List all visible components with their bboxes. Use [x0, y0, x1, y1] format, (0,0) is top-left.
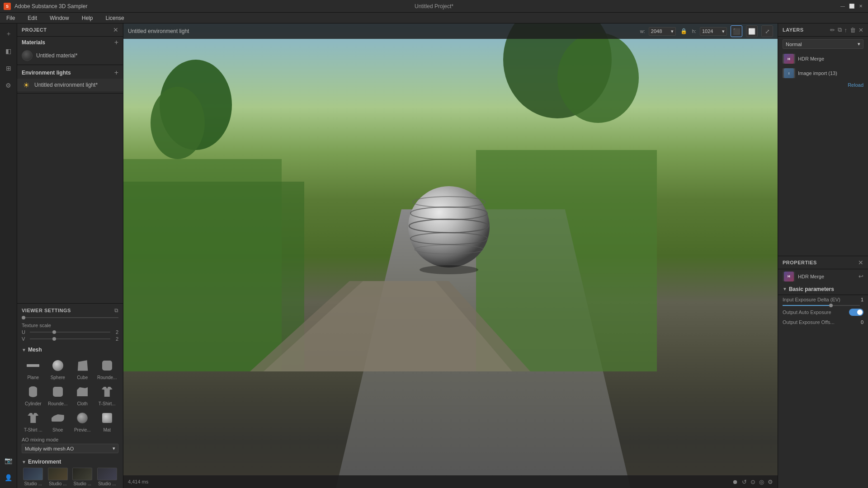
env-thumb-label-1: Studio ...: [24, 481, 42, 486]
lock-aspect-button[interactable]: 🔒: [679, 27, 689, 36]
input-exposure-slider[interactable]: [783, 305, 860, 306]
left-sidebar: PROJECT ✕ Materials + Untitled material*…: [17, 23, 123, 488]
height-chevron: ▾: [722, 28, 725, 34]
add-material-button[interactable]: +: [114, 39, 118, 46]
menu-license[interactable]: License: [103, 14, 127, 22]
mesh-shoe[interactable]: Shoe: [47, 409, 70, 433]
menu-window[interactable]: Window: [47, 14, 72, 22]
env-thumb-1[interactable]: Studio ...: [22, 468, 45, 486]
env-grid: Studio ... Studio ... Studio ... Studio …: [22, 468, 118, 486]
material-item[interactable]: Untitled material*: [17, 48, 123, 63]
global-slider[interactable]: [22, 317, 118, 318]
v-slider[interactable]: [30, 338, 110, 339]
material-name: Untitled material*: [36, 52, 77, 59]
env-collapse-icon[interactable]: ▼: [22, 460, 26, 465]
u-slider[interactable]: [30, 332, 110, 333]
image-import-icon: I: [784, 68, 794, 78]
layers-icon[interactable]: ◧: [2, 44, 15, 58]
menu-file[interactable]: File: [4, 14, 18, 22]
settings2-button[interactable]: ⚙: [768, 479, 773, 485]
minimize-button[interactable]: —: [839, 3, 846, 10]
mesh-cloth[interactable]: Cloth: [71, 383, 94, 407]
blend-mode-chevron: ▾: [858, 41, 860, 47]
reload-button[interactable]: Reload: [778, 80, 868, 89]
viewer-settings-collapse[interactable]: ⧉: [114, 307, 118, 314]
2d-view-button[interactable]: ⬜: [746, 25, 758, 37]
ao-mixing-row: AO mixing mode Multiply with mesh AO ▾: [22, 437, 118, 453]
fullscreen-button[interactable]: ⤢: [761, 25, 773, 37]
mesh-mat-icon: [99, 410, 115, 426]
env-thumb-image-3: [72, 468, 92, 480]
viewport[interactable]: Untitled environment light w: 2048 ▾ 🔒 h…: [123, 23, 778, 488]
hdr-merge-name: HDR Merge: [798, 56, 824, 61]
basic-params-title: Basic parameters: [789, 286, 834, 292]
mesh-collapse-icon[interactable]: ▼: [22, 347, 26, 352]
mesh-preview[interactable]: Previe...: [71, 409, 94, 433]
add-env-light-button[interactable]: +: [114, 69, 118, 76]
output-exposure-offset-row: Output Exposure Offs... 0: [778, 318, 868, 327]
user-icon[interactable]: 👤: [2, 471, 15, 484]
mesh-cylinder[interactable]: Cylinder: [22, 383, 45, 407]
properties-header: PROPERTIES ✕: [778, 256, 868, 269]
height-select[interactable]: 1024 ▾: [700, 27, 727, 36]
mesh-tshirt-icon: [99, 384, 115, 400]
brush-icon[interactable]: ✏: [830, 27, 835, 33]
mesh-tshirt2[interactable]: T-Shirt ...: [22, 409, 45, 433]
env-thumb-4[interactable]: Studio ...: [96, 468, 119, 486]
mesh-tshirt[interactable]: T-Shirt...: [96, 383, 119, 407]
mesh-cube[interactable]: Cube: [71, 357, 94, 381]
mesh-sphere-icon: [50, 357, 66, 374]
blend-mode-dropdown[interactable]: Normal ▾: [783, 39, 863, 49]
mesh-mat[interactable]: Mat: [96, 409, 119, 433]
project-close-button[interactable]: ✕: [113, 26, 118, 33]
close-layers-button[interactable]: ✕: [859, 27, 863, 33]
params-collapse-icon[interactable]: ▼: [783, 286, 787, 291]
record-button[interactable]: ⏺: [732, 479, 738, 485]
props-hdr-merge[interactable]: H HDR Merge ↩: [778, 269, 868, 284]
settings-icon[interactable]: ⚙: [2, 79, 15, 92]
mesh-sphere[interactable]: Sphere: [47, 357, 70, 381]
camera-rotate-button[interactable]: ⊙: [750, 479, 755, 485]
mesh-tshirt2-label: T-Shirt ...: [24, 427, 42, 432]
menu-help[interactable]: Help: [79, 14, 96, 22]
output-auto-exposure-toggle[interactable]: [849, 309, 863, 316]
add-icon[interactable]: ＋: [2, 27, 15, 41]
material-thumbnail: [22, 50, 33, 61]
u-slider-row: U 2: [22, 329, 118, 335]
ao-select[interactable]: Multiply with mesh AO ▾: [22, 444, 118, 453]
menu-edit[interactable]: Edit: [25, 14, 40, 22]
mesh-rounded2[interactable]: Rounde...: [47, 383, 70, 407]
mesh-plane[interactable]: Plane: [22, 357, 45, 381]
close-button[interactable]: ✕: [857, 3, 864, 10]
properties-close-button[interactable]: ✕: [858, 259, 863, 266]
viewer-settings-title: VIEWER SETTINGS: [22, 308, 71, 313]
copy-layer-button[interactable]: ⧉: [838, 26, 842, 33]
grid-icon[interactable]: ⊞: [2, 61, 15, 75]
mesh-grid: Plane Sphere Cube Rounde... Cylinder: [22, 357, 118, 433]
restore-button[interactable]: ⬜: [848, 3, 855, 10]
mesh-rounded-box[interactable]: Rounde...: [96, 357, 119, 381]
env-thumb-3[interactable]: Studio ...: [71, 468, 94, 486]
delete-layer-button[interactable]: 🗑: [850, 27, 856, 33]
env-light-item[interactable]: ☀ Untitled environment light*: [17, 79, 123, 91]
width-select[interactable]: 2048 ▾: [649, 27, 676, 36]
export-layer-button[interactable]: ↑: [844, 27, 848, 33]
input-exposure-fill: [783, 305, 829, 306]
ao-select-chevron: ▾: [113, 446, 115, 451]
3d-view-button[interactable]: ⬛: [731, 25, 742, 37]
image-import-layer[interactable]: I Image import (13): [778, 66, 868, 80]
mesh-rounded-box-icon: [99, 357, 115, 374]
hdr-merge-layer[interactable]: H HDR Merge: [778, 52, 868, 66]
properties-panel: PROPERTIES ✕ H HDR Merge ↩ ▼ Basic param…: [778, 256, 868, 488]
v-label: V: [22, 336, 27, 342]
refresh-button[interactable]: ↺: [742, 479, 747, 485]
environment-button[interactable]: ◎: [759, 479, 764, 485]
camera-icon[interactable]: 📷: [2, 454, 15, 467]
output-auto-exposure-label: Output Auto Exposure: [783, 310, 831, 315]
env-lights-section-header: Environment lights +: [17, 67, 123, 79]
output-exposure-offset-label: Output Exposure Offs...: [783, 319, 835, 325]
env-light-name: Untitled environment light*: [34, 82, 98, 88]
materials-section-header: Materials +: [17, 37, 123, 48]
env-thumb-2[interactable]: Studio ...: [47, 468, 70, 486]
props-back-button[interactable]: ↩: [859, 273, 863, 280]
